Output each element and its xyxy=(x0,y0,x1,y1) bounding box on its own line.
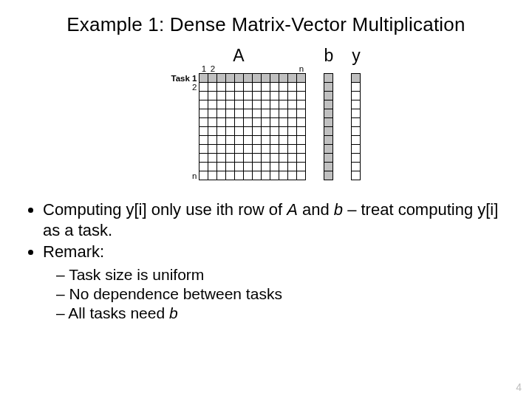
vector-y-block: y xyxy=(351,47,361,180)
vector-b-block: b xyxy=(324,47,333,180)
page-number: 4 xyxy=(516,381,522,393)
bullet-1-A: A xyxy=(287,200,298,219)
sub-bullet-3-b: b xyxy=(169,304,178,321)
bullet-1-text-b: and xyxy=(298,200,334,219)
matrix-A-label: A xyxy=(171,47,307,64)
figure: A 12nTask 12n b y xyxy=(24,47,508,180)
sub-bullet-list: Task size is uniform No dependence betwe… xyxy=(56,265,508,324)
bullet-1-b: b xyxy=(334,200,343,219)
bullet-2-text: Remark: xyxy=(43,242,104,261)
sub-bullet-3: All tasks need b xyxy=(56,304,508,323)
bullet-list: Computing y[i] only use ith row of A and… xyxy=(28,200,508,323)
vector-b-label: b xyxy=(324,47,334,64)
sub-bullet-2: No dependence between tasks xyxy=(56,284,508,304)
sub-bullet-3-text: All tasks need xyxy=(68,304,169,321)
sub-bullet-1: Task size is uniform xyxy=(56,265,508,284)
vector-y-label: y xyxy=(352,47,361,64)
bullet-1-text-a: Computing y[i] only use ith row of xyxy=(43,200,287,219)
bullet-2: Remark: Task size is uniform No dependen… xyxy=(43,242,508,323)
vector-b-grid xyxy=(324,64,333,180)
matrix-A-grid: 12nTask 12n xyxy=(171,64,307,180)
bullet-1: Computing y[i] only use ith row of A and… xyxy=(43,200,508,240)
slide-title: Example 1: Dense Matrix-Vector Multiplic… xyxy=(24,13,508,36)
vector-y-grid xyxy=(351,64,361,180)
matrix-A-block: A 12nTask 12n xyxy=(171,47,307,180)
